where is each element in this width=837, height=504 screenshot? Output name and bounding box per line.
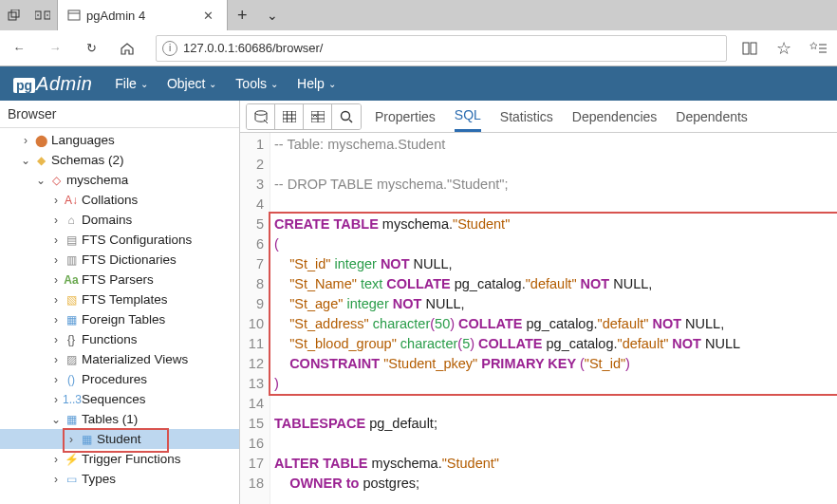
chevron-right-icon: › [51,233,61,247]
chevron-right-icon: › [51,253,61,267]
svg-point-10 [342,111,350,120]
query-tool-button[interactable] [247,104,275,129]
chevron-right-icon: › [51,313,61,327]
svg-point-7 [255,110,267,114]
url-field-wrap[interactable]: i [156,35,727,62]
tab-favicon-icon [67,9,81,22]
tab-dependents[interactable]: Dependents [676,101,748,132]
tree-item-foreign-tables[interactable]: ›▦Foreign Tables [0,309,239,329]
fts-template-icon: ▧ [63,293,80,307]
menu-file[interactable]: File⌄ [105,76,158,91]
code-body[interactable]: -- Table: myschema.Student -- DROP TABLE… [270,133,837,504]
fts-dict-icon: ▥ [63,253,80,267]
tree-item-fts-dict[interactable]: ›▥FTS Dictionaries [0,250,239,270]
schemas-icon: ◆ [32,154,49,167]
tree-item-fts-conf[interactable]: ›▤FTS Configurations [0,230,239,250]
chevron-down-icon: ⌄ [21,154,30,167]
tree-item-schemas[interactable]: ⌄◆Schemas (2) [0,150,239,170]
line-gutter: 123456789101112131415161718 [240,133,270,504]
chevron-down-icon: ⌄ [51,413,61,426]
collation-icon: A↓ [63,194,80,207]
type-icon: ▭ [63,473,80,486]
schema-icon: ◇ [47,174,65,187]
site-info-icon[interactable]: i [162,41,177,56]
chevron-down-icon: ⌄ [36,174,46,187]
refresh-button[interactable]: ↻ [78,35,104,62]
object-tree[interactable]: ›⬤Languages ⌄◆Schemas (2) ⌄◇myschema ›A↓… [0,128,239,504]
procedure-icon: () [63,373,80,386]
chevron-right-icon: › [51,293,61,307]
back-button[interactable]: ← [6,35,32,62]
tree-item-myschema[interactable]: ⌄◇myschema [0,170,239,190]
browser-panel-title: Browser [0,101,239,128]
chevron-down-icon: ⌄ [328,79,336,89]
tree-item-fts-parsers[interactable]: ›AaFTS Parsers [0,270,239,289]
tree-item-types[interactable]: ›▭Types [0,469,239,489]
favorite-button[interactable]: ☆ [772,38,795,59]
svg-rect-8 [283,111,296,122]
forward-button: → [42,35,68,62]
chevron-right-icon: › [51,214,61,227]
domain-icon: ⌂ [63,214,80,227]
menu-object[interactable]: Object⌄ [158,76,226,91]
tree-item-tables[interactable]: ⌄▦Tables (1) [0,409,239,429]
chevron-right-icon: › [51,194,61,207]
tab-statistics[interactable]: Statistics [500,101,553,132]
filter-rows-button[interactable] [304,104,332,129]
chevron-right-icon: › [51,453,61,466]
chevron-right-icon: › [51,373,61,386]
search-button[interactable] [332,104,361,129]
tab-properties[interactable]: Properties [375,101,436,132]
browser-tab[interactable]: pgAdmin 4 ✕ [57,0,228,30]
tree-item-languages[interactable]: ›⬤Languages [0,130,239,150]
trigger-fn-icon: ⚡ [63,453,80,466]
sequence-icon: 1..3 [63,393,80,406]
annotation-highlight [63,428,169,453]
chevron-down-icon: ⌄ [140,79,148,89]
fts-parser-icon: Aa [63,273,80,287]
svg-rect-5 [743,43,749,54]
fts-config-icon: ▤ [63,233,80,247]
win-restore-icon[interactable] [0,0,28,30]
tree-item-domains[interactable]: ›⌂Domains [0,210,239,230]
tree-item-mat-views[interactable]: ›▨Materialized Views [0,349,239,369]
svg-rect-6 [751,43,756,54]
tab-dependencies[interactable]: Dependencies [572,101,658,132]
view-data-button[interactable] [275,104,304,129]
sql-editor[interactable]: 123456789101112131415161718 -- Table: my… [240,133,837,504]
reading-mode-icon[interactable] [736,35,763,62]
chevron-right-icon: › [21,134,30,147]
chevron-right-icon: › [51,333,61,346]
function-icon: {} [63,333,80,346]
tree-item-sequences[interactable]: ›1..3Sequences [0,389,239,409]
tree-item-functions[interactable]: ›{}Functions [0,329,239,349]
pgadmin-logo: pgAdmin [0,73,105,95]
chevron-right-icon: › [51,393,61,406]
menu-tools[interactable]: Tools⌄ [226,76,288,91]
matview-icon: ▨ [63,353,80,366]
menu-help[interactable]: Help⌄ [288,76,345,91]
tree-item-fts-templates[interactable]: ›▧FTS Templates [0,289,239,309]
annotation-highlight-code [269,212,837,396]
tree-item-collations[interactable]: ›A↓Collations [0,190,239,210]
tab-sql[interactable]: SQL [455,101,481,132]
chevron-down-icon: ⌄ [209,79,216,89]
browser-tab-title: pgAdmin 4 [86,9,199,23]
content-toolbar: Properties SQL Statistics Dependencies D… [240,101,837,133]
favorites-list-icon[interactable] [805,35,831,62]
tree-item-procedures[interactable]: ›()Procedures [0,369,239,389]
new-tab-button[interactable]: + [228,6,257,26]
tab-overflow-icon[interactable]: ⌄ [257,8,288,23]
svg-rect-0 [9,12,16,20]
language-icon: ⬤ [32,134,49,147]
home-button[interactable] [114,35,140,62]
pgadmin-menubar: pgAdmin File⌄ Object⌄ Tools⌄ Help⌄ [0,66,837,101]
chevron-right-icon: › [51,473,61,486]
content-panel: Properties SQL Statistics Dependencies D… [240,101,837,504]
chevron-down-icon: ⌄ [270,79,278,89]
svg-rect-1 [11,9,19,17]
url-input[interactable] [183,41,720,55]
tables-icon: ▦ [63,413,80,426]
tab-close-icon[interactable]: ✕ [199,9,217,23]
win-split-icon[interactable] [28,0,57,30]
